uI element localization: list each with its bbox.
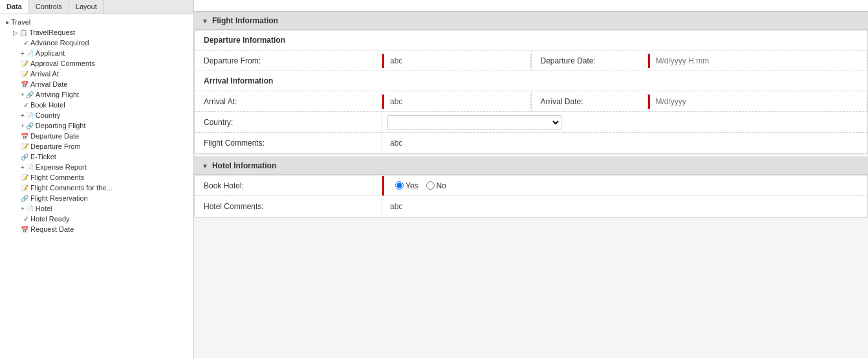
departure-date-input[interactable] bbox=[653, 56, 862, 65]
departure-date-red-bar bbox=[648, 54, 650, 68]
dep-from-icon: 📝 bbox=[21, 143, 28, 150]
hotel-comments-label: Hotel Comments: bbox=[195, 198, 382, 215]
tree-item-book-hotel[interactable]: ✓ Book Hotel bbox=[0, 100, 193, 110]
arrival-date-value bbox=[648, 95, 868, 109]
tree-container: ● Travel ▷ 📋 TravelRequest ✓ Advance Req… bbox=[0, 14, 193, 358]
country-select[interactable] bbox=[387, 115, 561, 129]
book-hotel-label: Book Hotel: bbox=[195, 177, 382, 194]
departure-from-label: Departure From: bbox=[195, 52, 382, 69]
plus-icon-3: + bbox=[21, 112, 25, 119]
flight-section-header: ▼ Flight Information bbox=[194, 12, 868, 30]
arrival-date-input[interactable] bbox=[653, 97, 862, 106]
departure-from-red-bar bbox=[382, 54, 384, 68]
plus-icon-4: + bbox=[21, 122, 25, 129]
obj-icon: 📄 bbox=[26, 50, 34, 57]
flight-section-title: Flight Information bbox=[212, 16, 278, 25]
departure-date-value bbox=[648, 54, 868, 68]
book-hotel-no-radio[interactable] bbox=[426, 181, 435, 190]
tree-item-arrival-at[interactable]: 📝 Arrival At bbox=[0, 69, 193, 79]
left-panel: Data Controls Layout ● Travel ▷ 📋 Travel… bbox=[0, 0, 194, 358]
tree-item-arrival-date[interactable]: 📅 Arrival Date bbox=[0, 79, 193, 89]
flight-comments-label: Flight Comments: bbox=[195, 135, 382, 151]
departure-from-input[interactable] bbox=[387, 56, 525, 65]
hotel-comments-value bbox=[382, 199, 867, 214]
plus-icon-2: + bbox=[21, 91, 25, 98]
field-icon-2: 📝 bbox=[21, 71, 28, 78]
tree-item-eticket[interactable]: 🔗 E-Ticket bbox=[0, 151, 193, 162]
folder-icon: 📋 bbox=[19, 29, 27, 36]
tree-root-travel[interactable]: ● Travel bbox=[0, 17, 193, 27]
collapse-hotel-icon[interactable]: ▼ bbox=[202, 162, 208, 170]
tab-controls[interactable]: Controls bbox=[29, 0, 69, 14]
tab-data[interactable]: Data bbox=[0, 0, 29, 14]
country-value bbox=[382, 113, 567, 132]
book-hotel-no-text: No bbox=[437, 181, 446, 190]
tree-item-advance-required[interactable]: ✓ Advance Required bbox=[0, 38, 193, 48]
rd-icon: 📅 bbox=[21, 226, 28, 233]
tree-item-expense-report[interactable]: + 📄 Expense Report bbox=[0, 162, 193, 172]
top-separator bbox=[194, 0, 868, 12]
tree-item-flight-comments[interactable]: 📝 Flight Comments bbox=[0, 172, 193, 183]
tree-item-departure-from[interactable]: 📝 Departure From bbox=[0, 141, 193, 151]
hotel-section-title: Hotel Information bbox=[212, 161, 276, 170]
book-hotel-value: Yes No bbox=[382, 176, 867, 196]
flight-form: Departure Information Departure From: De… bbox=[194, 30, 868, 154]
book-hotel-yes-radio[interactable] bbox=[395, 181, 404, 190]
book-hotel-radio-group: Yes No bbox=[387, 179, 451, 193]
circle-icon: ● bbox=[5, 19, 9, 26]
book-hotel-no-label[interactable]: No bbox=[426, 181, 446, 190]
tree-item-arriving-flight[interactable]: + 🔗 Arriving Flight bbox=[0, 89, 193, 100]
plus-icon-5: + bbox=[21, 164, 25, 171]
tabs-bar: Data Controls Layout bbox=[0, 0, 193, 14]
tree-item-flight-reservation[interactable]: 🔗 Flight Reservation bbox=[0, 193, 193, 203]
flight-comments-value bbox=[382, 136, 867, 150]
collapse-flight-icon[interactable]: ▼ bbox=[202, 17, 208, 25]
book-hotel-yes-text: Yes bbox=[406, 181, 418, 190]
book-hotel-red-bar bbox=[382, 176, 384, 196]
tree-item-request-date[interactable]: 📅 Request Date bbox=[0, 224, 193, 234]
book-hotel-yes-label[interactable]: Yes bbox=[395, 181, 418, 190]
country-icon: 📄 bbox=[26, 112, 34, 119]
plus-icon: + bbox=[21, 50, 25, 57]
departure-subsection: Departure Information bbox=[195, 30, 867, 50]
fr-icon: 🔗 bbox=[21, 195, 28, 202]
plane-icon: 🔗 bbox=[26, 91, 34, 98]
check-icon-2: ✓ bbox=[23, 102, 28, 109]
tree-item-flight-comments-for[interactable]: 📝 Flight Comments for the... bbox=[0, 183, 193, 193]
tab-layout[interactable]: Layout bbox=[69, 0, 104, 14]
hotel-comments-input[interactable] bbox=[387, 202, 862, 211]
tree-travel-request[interactable]: ▷ 📋 TravelRequest bbox=[0, 27, 193, 38]
tree-item-hotel-ready[interactable]: ✓ Hotel Ready bbox=[0, 214, 193, 224]
hotel-section-header: ▼ Hotel Information bbox=[194, 157, 868, 175]
arrival-at-input[interactable] bbox=[387, 97, 525, 106]
arrival-at-red-bar bbox=[382, 95, 384, 109]
departure-date-col: Departure Date: bbox=[532, 50, 868, 71]
tree-root-label: Travel bbox=[11, 18, 30, 26]
country-row: Country: bbox=[195, 112, 867, 133]
hotel-form: Book Hotel: Yes No Hotel Comments: bbox=[194, 175, 868, 218]
arrival-date-label: Arrival Date: bbox=[532, 93, 648, 110]
check-icon: ✓ bbox=[23, 39, 28, 47]
date-icon: 📅 bbox=[21, 81, 28, 88]
dep-date-icon: 📅 bbox=[21, 133, 28, 140]
arrival-date-red-bar bbox=[648, 95, 650, 109]
departure-date-label: Departure Date: bbox=[532, 52, 648, 69]
tree-item-hotel[interactable]: + 📄 Hotel bbox=[0, 203, 193, 214]
fc-icon: 📝 bbox=[21, 174, 28, 181]
tree-item-departing-flight[interactable]: + 🔗 Departing Flight bbox=[0, 120, 193, 131]
arrival-at-value bbox=[382, 95, 531, 109]
tree-item-applicant[interactable]: + 📄 Applicant bbox=[0, 48, 193, 58]
departure-from-col: Departure From: bbox=[195, 50, 532, 71]
departing-icon: 🔗 bbox=[26, 122, 34, 129]
tree-item-approval-comments[interactable]: 📝 Approval Comments bbox=[0, 58, 193, 69]
departure-from-value bbox=[382, 54, 531, 68]
flight-comments-input[interactable] bbox=[387, 139, 862, 148]
arrival-subsection: Arrival Information bbox=[195, 71, 867, 91]
travel-request-label: TravelRequest bbox=[29, 28, 75, 36]
right-panel: ▼ Flight Information Departure Informati… bbox=[194, 0, 868, 358]
eticket-icon: 🔗 bbox=[21, 153, 28, 161]
arrival-at-col: Arrival At: bbox=[195, 91, 532, 111]
flight-comments-row: Flight Comments: bbox=[195, 133, 867, 153]
tree-item-departure-date[interactable]: 📅 Departure Date bbox=[0, 131, 193, 141]
tree-item-country[interactable]: + 📄 Country bbox=[0, 110, 193, 120]
